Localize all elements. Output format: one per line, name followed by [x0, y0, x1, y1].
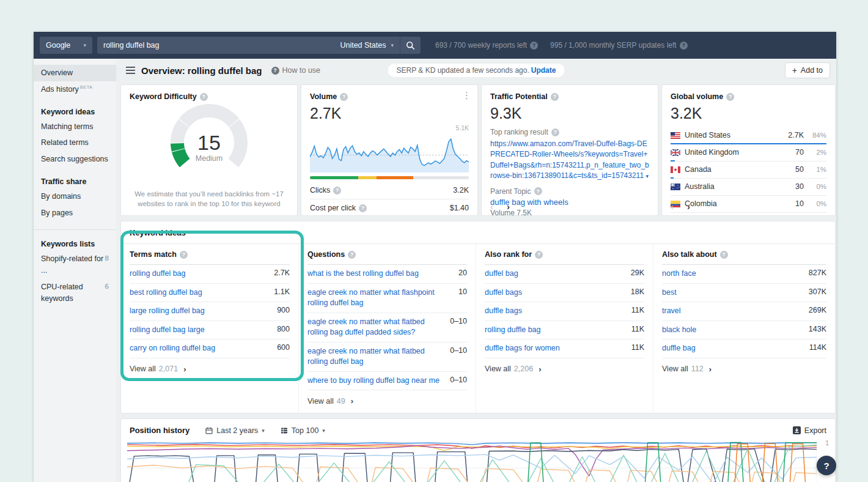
keyword-search-input[interactable] — [97, 41, 334, 50]
tp-value: 9.3K — [490, 105, 649, 122]
volume-value: 2.7K — [310, 105, 469, 122]
keyword-link[interactable]: eagle creek no matter what flatbed rolli… — [307, 317, 444, 338]
also-talk-about-column: Also talk about? north face827K best307K… — [653, 244, 835, 413]
keyword-link[interactable]: eagle creek no matter what flatbed rolli… — [307, 346, 444, 368]
sidebar-item-by-pages[interactable]: By pages — [34, 205, 116, 221]
country-row-ca: Canada 50 1% — [671, 161, 826, 179]
table-icon — [281, 427, 288, 434]
add-to-button[interactable]: +Add to — [785, 62, 830, 78]
country-dropdown[interactable]: United States ▾ — [334, 41, 400, 50]
country-row-co: Colombia 10 0% — [671, 196, 826, 213]
sidebar-item-shopify-list[interactable]: Shopify-related for ...8 — [34, 251, 116, 279]
chevron-right-icon: › — [709, 365, 712, 374]
view-all-also-talk-about[interactable]: View all112› — [662, 358, 826, 374]
keyword-row: where to buy rolling duffel bag near me0… — [307, 372, 467, 391]
position-history-chart: 1 46 — [127, 441, 817, 482]
plus-icon: + — [792, 65, 797, 75]
gauge-segment — [177, 143, 178, 150]
keyword-row: rolling duffel bag large800 — [130, 321, 290, 340]
search-engine-dropdown[interactable]: Google ▾ — [40, 37, 92, 54]
us-flag-icon — [671, 132, 680, 139]
parent-topic-volume: Volume 7.5K — [490, 209, 649, 216]
pager-next-icon[interactable]: › — [687, 201, 690, 212]
keyword-row: best rolling duffel bag1.1K — [130, 284, 290, 303]
parent-topic-link[interactable]: duffle bag with wheels — [490, 198, 649, 207]
gauge-segment — [184, 111, 234, 123]
sidebar-toggle-icon[interactable] — [126, 67, 136, 74]
country-row-gb: United Kingdom 70 2% — [671, 144, 826, 161]
pager-next-icon[interactable]: › — [507, 201, 510, 212]
keyword-link[interactable]: best — [662, 287, 803, 298]
metric-cards-row: Keyword Difficulty? 15 Medium We estimat… — [120, 84, 836, 216]
chevron-right-icon: › — [539, 365, 541, 374]
keyword-link[interactable]: travel — [662, 306, 803, 317]
sidebar-item-related-terms[interactable]: Related terms — [34, 135, 116, 151]
keyword-link[interactable]: carry on rolling duffel bag — [130, 343, 271, 354]
keyword-row: travel269K — [662, 302, 826, 321]
keyword-link[interactable]: duffle bags for women — [485, 343, 625, 354]
search-icon — [406, 41, 415, 50]
cpc-row: Cost per click?$1.40 — [310, 199, 469, 216]
keyword-link[interactable]: rolling duffel bag large — [130, 325, 271, 336]
sidebar-item-overview[interactable]: Overview — [34, 65, 116, 81]
keyword-link[interactable]: rolling duffle bag — [485, 325, 625, 336]
top-ranking-url[interactable]: https://www.amazon.com/Travel-Duffel-Bag… — [490, 139, 649, 182]
question-icon: ? — [823, 461, 829, 471]
keyword-row: duffel bags18K — [485, 284, 644, 303]
search-bar: United States ▾ — [97, 37, 421, 54]
country-label: United States — [340, 41, 386, 50]
view-all-also-rank-for[interactable]: View all2,206› — [485, 358, 644, 374]
export-button[interactable]: Export — [793, 426, 826, 435]
parent-topic-label: Parent Topic — [490, 187, 531, 196]
gauge-segment — [177, 123, 184, 143]
how-to-use-link[interactable]: ?How to use — [271, 66, 321, 75]
keyword-link[interactable]: duffle bag — [662, 343, 803, 354]
pager-prev-icon[interactable]: ‹ — [490, 201, 493, 212]
global-volume-title: Global volume — [671, 92, 723, 101]
top-positions-dropdown[interactable]: Top 100 ▾ — [281, 426, 325, 435]
keyword-ideas-title: Keyword ideas — [121, 221, 835, 244]
sidebar-item-by-domains[interactable]: By domains — [34, 188, 116, 205]
help-button[interactable]: ? — [817, 456, 836, 475]
help-icon: ? — [551, 93, 559, 101]
volume-card: ⋮ Volume? 2.7K 5.1K Clicks?3.2K Cost per… — [301, 84, 478, 216]
distribution-segment — [310, 176, 358, 179]
help-icon: ? — [535, 251, 543, 259]
search-button[interactable] — [400, 37, 421, 54]
keyword-link[interactable]: duffel bags — [485, 287, 625, 298]
uk-flag-icon — [671, 149, 680, 156]
update-link[interactable]: Update — [531, 66, 556, 75]
serp-update-pill: SERP & KD updated a few seconds ago.Upda… — [388, 63, 565, 78]
view-all-questions[interactable]: View all49› — [307, 390, 467, 406]
clicks-distribution-bar — [310, 176, 469, 179]
keyword-row: north face827K — [662, 265, 826, 284]
pager-prev-icon[interactable]: ‹ — [671, 201, 674, 212]
country-list: United States 2.7K 84% United Kingdom 70… — [671, 127, 826, 213]
keyword-link[interactable]: eagle creek no matter what flashpoint ro… — [307, 287, 452, 309]
sidebar-item-matching-terms[interactable]: Matching terms — [34, 119, 116, 135]
keyword-link[interactable]: where to buy rolling duffel bag near me — [307, 376, 444, 387]
keyword-link[interactable]: rolling duffel bag — [130, 269, 268, 280]
keyword-link[interactable]: duffel bag — [485, 269, 625, 280]
help-icon: ? — [180, 251, 188, 259]
view-all-terms-match[interactable]: View all2,071› — [130, 358, 290, 374]
kebab-menu-icon[interactable]: ⋮ — [462, 90, 471, 101]
sidebar-item-ads-history[interactable]: Ads historyBETA — [34, 81, 116, 98]
page-title: Overview: rolling duffel bag — [141, 65, 262, 76]
series-navy — [127, 449, 817, 482]
keyword-link[interactable]: north face — [662, 269, 803, 280]
help-icon: ? — [534, 187, 542, 195]
keyword-link[interactable]: best rolling duffel bag — [130, 287, 268, 298]
keyword-row: large rolling duffel bag900 — [130, 302, 290, 321]
keyword-link[interactable]: black hole — [662, 325, 803, 336]
keyword-link[interactable]: duffle bags — [485, 306, 625, 317]
sidebar-item-search-suggestions[interactable]: Search suggestions — [34, 151, 116, 168]
chevron-down-icon: ▾ — [322, 428, 325, 434]
keyword-link[interactable]: what is the best rolling duffel bag — [307, 269, 452, 280]
keyword-difficulty-card: Keyword Difficulty? 15 Medium We estimat… — [120, 84, 298, 216]
position-history-title: Position history — [130, 426, 189, 435]
sidebar-item-cpu-list[interactable]: CPU-related keywords6 — [34, 279, 116, 307]
gauge-segment — [178, 150, 185, 163]
keyword-link[interactable]: large rolling duffel bag — [130, 306, 271, 317]
date-range-dropdown[interactable]: Last 2 years ▾ — [205, 426, 265, 435]
